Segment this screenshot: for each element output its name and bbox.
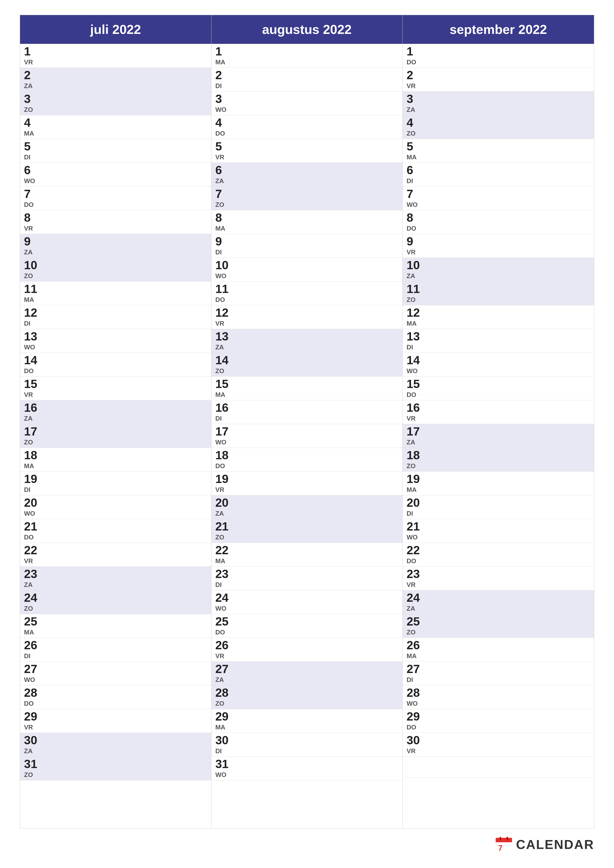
day-row-1-29: 30DI xyxy=(211,733,403,756)
day-info-0-11: 12DI xyxy=(24,307,44,327)
day-number-2-14: 15 xyxy=(407,378,426,390)
day-info-2-24: 25ZO xyxy=(407,615,426,636)
day-info-1-0: 1MA xyxy=(215,45,235,66)
day-row-2-27: 28WO xyxy=(403,685,594,709)
day-number-0-5: 6 xyxy=(24,164,44,176)
day-number-0-25: 26 xyxy=(24,639,44,651)
day-row-empty-2-30 xyxy=(403,756,594,778)
day-number-0-14: 15 xyxy=(24,378,44,390)
day-number-0-11: 12 xyxy=(24,307,44,319)
day-name-0-9: ZO xyxy=(24,272,44,280)
day-number-1-15: 16 xyxy=(215,402,235,414)
day-row-1-24: 25DO xyxy=(211,614,403,638)
day-number-1-10: 11 xyxy=(215,283,235,295)
day-info-1-15: 16DI xyxy=(215,402,235,422)
day-number-2-29: 30 xyxy=(407,735,426,746)
day-info-0-14: 15VR xyxy=(24,378,44,398)
day-name-0-29: ZA xyxy=(24,747,44,755)
day-row-2-28: 29DO xyxy=(403,709,594,733)
day-info-0-2: 3ZO xyxy=(24,93,44,113)
day-number-1-14: 15 xyxy=(215,378,235,390)
day-row-0-7: 8VR xyxy=(20,210,211,234)
day-name-0-26: WO xyxy=(24,676,44,684)
day-name-2-24: ZO xyxy=(407,628,426,636)
day-info-0-13: 14DO xyxy=(24,354,44,375)
day-row-2-21: 22DO xyxy=(403,543,594,567)
day-info-2-16: 17ZA xyxy=(407,426,426,446)
day-name-0-23: ZO xyxy=(24,605,44,612)
calendar-grid: juli 20221VR2ZA3ZO4MA5DI6WO7DO8VR9ZA10ZO… xyxy=(20,15,594,828)
day-info-1-3: 4DO xyxy=(215,117,235,137)
day-number-2-25: 26 xyxy=(407,639,426,651)
day-row-2-1: 2VR xyxy=(403,68,594,91)
day-number-2-27: 28 xyxy=(407,687,426,699)
day-info-1-28: 29MA xyxy=(215,711,235,731)
day-row-1-14: 15MA xyxy=(211,377,403,400)
month-header-1: augustus 2022 xyxy=(211,15,403,44)
day-number-1-7: 8 xyxy=(215,212,235,224)
day-number-1-12: 13 xyxy=(215,330,235,343)
day-number-1-18: 19 xyxy=(215,473,235,485)
svg-rect-6 xyxy=(507,837,508,840)
day-row-0-17: 18MA xyxy=(20,448,211,471)
day-row-0-29: 30ZA xyxy=(20,733,211,756)
day-name-1-17: DO xyxy=(215,462,235,470)
month-column-2: september 20221DO2VR3ZA4ZO5MA6DI7WO8DO9V… xyxy=(403,15,594,828)
day-info-1-22: 23DI xyxy=(215,568,235,589)
day-row-1-20: 21ZO xyxy=(211,519,403,543)
day-info-1-8: 9DI xyxy=(215,236,235,256)
day-name-1-9: WO xyxy=(215,272,235,280)
brand-text: CALENDAR xyxy=(516,837,594,852)
day-name-2-10: ZO xyxy=(407,296,426,304)
day-number-1-27: 28 xyxy=(215,687,235,699)
day-name-0-20: DO xyxy=(24,533,44,541)
day-info-1-21: 22MA xyxy=(215,544,235,565)
day-number-1-4: 5 xyxy=(215,141,235,152)
day-row-0-19: 20WO xyxy=(20,495,211,519)
day-row-2-29: 30VR xyxy=(403,733,594,756)
day-number-0-29: 30 xyxy=(24,735,44,746)
day-name-1-16: WO xyxy=(215,439,235,446)
day-name-2-23: ZA xyxy=(407,605,426,612)
day-name-1-26: ZA xyxy=(215,676,235,684)
day-info-0-5: 6WO xyxy=(24,164,44,185)
day-name-0-2: ZO xyxy=(24,106,44,113)
day-info-0-3: 4MA xyxy=(24,117,44,137)
day-name-2-7: DO xyxy=(407,225,426,232)
day-name-1-7: MA xyxy=(215,225,235,232)
day-number-0-15: 16 xyxy=(24,402,44,414)
day-number-2-4: 5 xyxy=(407,141,426,152)
day-info-2-28: 29DO xyxy=(407,711,426,731)
day-info-1-1: 2DI xyxy=(215,69,235,90)
day-info-2-23: 24ZA xyxy=(407,592,426,612)
day-info-0-20: 21DO xyxy=(24,521,44,541)
day-number-0-18: 19 xyxy=(24,473,44,485)
day-row-1-19: 20ZA xyxy=(211,495,403,519)
day-name-0-17: MA xyxy=(24,462,44,470)
svg-rect-3 xyxy=(496,841,512,842)
day-row-0-11: 12DI xyxy=(20,305,211,329)
day-info-2-25: 26MA xyxy=(407,639,426,660)
day-info-2-7: 8DO xyxy=(407,212,426,232)
day-name-2-2: ZA xyxy=(407,106,426,113)
day-info-1-5: 6ZA xyxy=(215,164,235,185)
day-row-0-22: 23ZA xyxy=(20,567,211,591)
day-row-0-1: 2ZA xyxy=(20,68,211,91)
day-number-2-26: 27 xyxy=(407,663,426,675)
day-name-1-13: ZO xyxy=(215,367,235,375)
day-name-2-20: WO xyxy=(407,533,426,541)
day-row-0-23: 24ZO xyxy=(20,591,211,614)
svg-rect-5 xyxy=(500,837,501,840)
day-number-2-9: 10 xyxy=(407,259,426,271)
day-info-0-17: 18MA xyxy=(24,450,44,470)
day-name-0-13: DO xyxy=(24,367,44,375)
day-name-0-19: WO xyxy=(24,510,44,518)
day-row-1-15: 16DI xyxy=(211,400,403,424)
day-info-1-2: 3WO xyxy=(215,93,235,113)
day-name-1-30: WO xyxy=(215,771,235,779)
day-row-1-12: 13ZA xyxy=(211,329,403,353)
day-row-0-14: 15VR xyxy=(20,377,211,400)
brand-logo: 7 CALENDAR xyxy=(495,836,594,853)
day-number-0-26: 27 xyxy=(24,663,44,675)
day-info-0-26: 27WO xyxy=(24,663,44,684)
